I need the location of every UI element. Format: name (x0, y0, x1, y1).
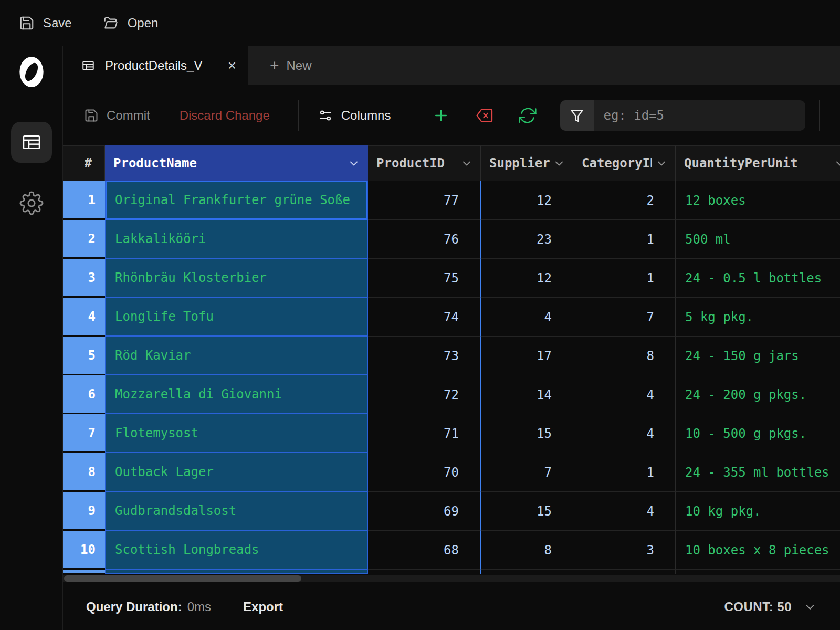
cell-category-id[interactable] (573, 570, 676, 574)
query-duration-value: 0ms (187, 600, 211, 614)
cell-supplier-id[interactable]: 14 (481, 375, 573, 414)
cell-product-id[interactable] (368, 570, 481, 574)
row-number-cell[interactable]: 10 (63, 531, 105, 570)
cell-supplier-id[interactable]: 23 (481, 220, 573, 259)
column-header-pid[interactable]: ProductID (368, 145, 481, 181)
table-row: 5 Röd Kaviar 73 17 8 24 - 150 g jars (63, 337, 840, 375)
add-row-button[interactable] (432, 107, 450, 124)
cell-supplier-id[interactable]: 8 (481, 531, 573, 570)
new-tab-button[interactable]: + New (248, 46, 312, 85)
refresh-button[interactable] (518, 106, 537, 125)
discard-change-button[interactable]: Discard Change (180, 108, 270, 123)
sidebar-item-settings[interactable] (19, 191, 44, 215)
cell-product-id[interactable]: 70 (368, 453, 481, 492)
cell-category-id[interactable]: 1 (573, 259, 676, 298)
filter-funnel-button[interactable] (560, 100, 594, 131)
cell-supplier-id[interactable]: 4 (481, 298, 573, 337)
row-number-cell[interactable]: 9 (63, 492, 105, 531)
delete-row-button[interactable] (474, 107, 494, 124)
cell-supplier-id[interactable]: 17 (481, 337, 573, 375)
cell-quantity-per-unit[interactable]: 24 - 0.5 l bottles (676, 259, 840, 298)
cell-quantity-per-unit[interactable]: 10 kg pkg. (676, 492, 840, 531)
cell-category-id[interactable]: 4 (573, 492, 676, 531)
cell-supplier-id[interactable]: 12 (481, 259, 573, 298)
cell-supplier-id[interactable]: 12 (481, 181, 573, 220)
commit-button[interactable]: Commit (84, 108, 150, 123)
cell-quantity-per-unit[interactable] (676, 570, 840, 574)
chevron-down-icon[interactable] (553, 157, 565, 170)
chevron-down-icon[interactable] (460, 157, 473, 170)
column-header-rownum[interactable]: # (63, 145, 105, 181)
cell-quantity-per-unit[interactable]: 10 boxes x 8 pieces (676, 531, 840, 570)
columns-button[interactable]: Columns (318, 108, 391, 123)
cell-supplier-id[interactable]: 7 (481, 453, 573, 492)
cell-product-id[interactable]: 75 (368, 259, 481, 298)
cell-quantity-per-unit[interactable]: 24 - 200 g pkgs. (676, 375, 840, 414)
cell-category-id[interactable]: 1 (573, 220, 676, 259)
cell-quantity-per-unit[interactable]: 12 boxes (676, 181, 840, 220)
cell-category-id[interactable]: 7 (573, 298, 676, 337)
cell-category-id[interactable]: 4 (573, 414, 676, 453)
row-number-cell[interactable] (63, 570, 105, 574)
close-tab-icon[interactable]: × (228, 58, 236, 73)
chevron-down-icon[interactable] (834, 157, 840, 170)
cell-category-id[interactable]: 2 (573, 181, 676, 220)
column-header-qty[interactable]: QuantityPerUnit (676, 145, 840, 181)
cell-product-id[interactable]: 76 (368, 220, 481, 259)
cell-product-name[interactable]: Flotemysost (105, 414, 368, 453)
cell-product-name[interactable] (105, 570, 368, 574)
filter-input[interactable] (594, 100, 805, 131)
cell-product-name[interactable]: Gudbrandsdalsost (105, 492, 368, 531)
cell-category-id[interactable]: 1 (573, 453, 676, 492)
row-number-cell[interactable]: 1 (63, 181, 105, 220)
cell-quantity-per-unit[interactable]: 24 - 355 ml bottles (676, 453, 840, 492)
count-dropdown[interactable]: COUNT: 50 (724, 600, 817, 614)
cell-quantity-per-unit[interactable]: 10 - 500 g pkgs. (676, 414, 840, 453)
cell-product-id[interactable]: 73 (368, 337, 481, 375)
table-row: 1 Original Frankfurter grüne Soße 77 12 … (63, 181, 840, 220)
cell-product-name[interactable]: Original Frankfurter grüne Soße (105, 181, 368, 220)
cell-category-id[interactable]: 4 (573, 375, 676, 414)
cell-supplier-id[interactable]: 15 (481, 492, 573, 531)
row-number-cell[interactable]: 8 (63, 453, 105, 492)
cell-quantity-per-unit[interactable]: 24 - 150 g jars (676, 337, 840, 375)
save-button[interactable]: Save (19, 15, 72, 31)
backspace-delete-icon (474, 107, 494, 124)
cell-product-id[interactable]: 77 (368, 181, 481, 220)
sidebar-item-tables[interactable] (11, 122, 52, 163)
column-header-name[interactable]: ProductName (105, 145, 368, 181)
cell-product-name[interactable]: Rhönbräu Klosterbier (105, 259, 368, 298)
cell-product-id[interactable]: 68 (368, 531, 481, 570)
cell-product-name[interactable]: Lakkalikööri (105, 220, 368, 259)
export-button[interactable]: Export (243, 600, 283, 614)
column-header-sid[interactable]: SupplierID (481, 145, 573, 181)
cell-supplier-id[interactable]: 15 (481, 414, 573, 453)
chevron-down-icon[interactable] (655, 157, 668, 170)
cell-product-name[interactable]: Scottish Longbreads (105, 531, 368, 570)
row-number-cell[interactable]: 2 (63, 220, 105, 259)
row-number-cell[interactable]: 4 (63, 298, 105, 337)
horizontal-scrollbar (63, 574, 840, 583)
column-header-cid[interactable]: CategoryID (573, 145, 676, 181)
chevron-down-icon[interactable] (348, 157, 360, 170)
row-number-cell[interactable]: 3 (63, 259, 105, 298)
cell-product-id[interactable]: 74 (368, 298, 481, 337)
cell-product-name[interactable]: Longlife Tofu (105, 298, 368, 337)
cell-category-id[interactable]: 3 (573, 531, 676, 570)
open-button[interactable]: Open (102, 15, 159, 31)
row-number-cell[interactable]: 5 (63, 337, 105, 375)
cell-product-name[interactable]: Röd Kaviar (105, 337, 368, 375)
cell-product-name[interactable]: Outback Lager (105, 453, 368, 492)
cell-product-id[interactable]: 72 (368, 375, 481, 414)
row-number-cell[interactable]: 6 (63, 375, 105, 414)
cell-quantity-per-unit[interactable]: 5 kg pkg. (676, 298, 840, 337)
scrollbar-thumb[interactable] (64, 575, 301, 582)
cell-category-id[interactable]: 8 (573, 337, 676, 375)
row-number-cell[interactable]: 7 (63, 414, 105, 453)
cell-supplier-id[interactable] (481, 570, 573, 574)
cell-quantity-per-unit[interactable]: 500 ml (676, 220, 840, 259)
cell-product-id[interactable]: 71 (368, 414, 481, 453)
cell-product-id[interactable]: 69 (368, 492, 481, 531)
cell-product-name[interactable]: Mozzarella di Giovanni (105, 375, 368, 414)
tab-productdetails[interactable]: ProductDetails_V × (63, 46, 248, 85)
